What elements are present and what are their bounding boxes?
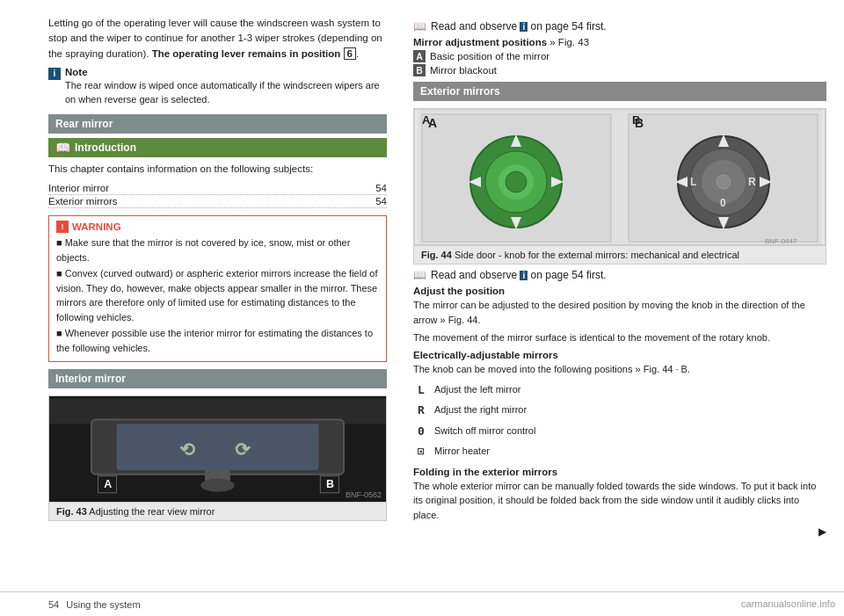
label-badge-b: B: [413, 64, 426, 76]
svg-text:BNF-0447: BNF-0447: [765, 237, 797, 245]
figure-43-box: ⟲ ⟳ A B BNF-0562 Fig. 43 Adjusting the r…: [48, 395, 387, 521]
position-0: 0 Switch off mirror control: [418, 421, 826, 441]
svg-text:⟲: ⟲: [179, 439, 195, 460]
note-title: Note: [65, 67, 387, 77]
svg-point-18: [506, 171, 527, 192]
introduction-section-header: 📖 Introduction: [48, 138, 387, 157]
adjust-position-text1: The mirror can be adjusted to the desire…: [413, 298, 826, 327]
folding-title: Folding in the exterior mirrors: [413, 467, 826, 477]
note-box: i Note The rear window is wiped once aut…: [48, 67, 387, 107]
svg-rect-3: [117, 424, 319, 470]
note-icon: i: [48, 68, 61, 80]
folding-text: The whole exterior mirror can be manuall…: [413, 479, 826, 523]
right-column: 📖 Read and observe i on page 54 first. M…: [404, 0, 844, 591]
rear-mirror-section-header: Rear mirror: [48, 114, 387, 134]
svg-text:L: L: [690, 176, 696, 188]
interior-mirror-svg: ⟲ ⟳ A B: [49, 396, 386, 502]
exterior-mirrors-header: Exterior mirrors: [413, 82, 826, 101]
svg-point-28: [717, 175, 731, 189]
warning-text: ■ Make sure that the mirror is not cover…: [56, 236, 379, 355]
mirror-image: ⟲ ⟳ A B BNF-0562: [49, 396, 386, 502]
warning-icon: !: [56, 221, 69, 233]
intro-paragraph: Letting go of the operating lever will c…: [48, 16, 387, 62]
warning-box: ! WARNING ■ Make sure that the mirror is…: [48, 215, 387, 362]
book-icon-read-observe-1: 📖: [413, 20, 426, 33]
position-heater: ⊡ Mirror heater: [418, 441, 826, 461]
toc-row-interior: Interior mirror 54: [48, 182, 387, 195]
note-text: The rear window is wiped once automatica…: [65, 78, 387, 107]
book-icon-read-observe-2: 📖: [413, 269, 426, 281]
interior-mirror-section-header: Interior mirror: [48, 369, 387, 388]
read-observe-1: 📖 Read and observe i on page 54 first.: [413, 20, 826, 33]
read-observe-2: 📖 Read and observe i on page 54 first.: [413, 269, 826, 281]
info-icon-1: i: [520, 22, 528, 32]
electric-mirrors-text: The knob can be moved into the following…: [413, 362, 826, 377]
svg-text:B: B: [326, 478, 334, 490]
adjust-position-text2: The movement of the mirror surface is id…: [413, 330, 826, 345]
electric-positions-list: L Adjust the left mirror R Adjust the ri…: [418, 380, 826, 462]
info-icon-2: i: [520, 271, 528, 280]
svg-point-5: [200, 479, 234, 492]
book-icon: 📖: [55, 141, 70, 155]
warning-title: ! WARNING: [56, 221, 379, 233]
svg-text:R: R: [748, 176, 756, 188]
footer-text: Using the system: [66, 599, 140, 610]
label-badge-a: A: [413, 50, 426, 62]
figure-44-box: A B A: [413, 108, 826, 265]
next-arrow: ▶: [819, 525, 826, 538]
svg-text:⟳: ⟳: [235, 439, 251, 460]
next-arrow-container: ▶: [413, 525, 826, 538]
bnf-code-left: BNF-0562: [346, 490, 382, 499]
position-b-row: B Mirror blackout: [413, 64, 826, 76]
left-column: Letting go of the operating lever will c…: [0, 0, 404, 591]
figure-44-caption: Fig. 44 Side door - knob for the externa…: [414, 245, 826, 264]
electric-mirrors-title: Electrically-adjustable mirrors: [413, 350, 826, 360]
area-label-b: B: [632, 113, 640, 127]
watermark: carmanualsonline.info: [741, 598, 835, 609]
page-footer: 54 Using the system: [0, 591, 844, 616]
toc: Interior mirror 54 Exterior mirrors 54: [48, 182, 387, 208]
toc-row-exterior: Exterior mirrors 54: [48, 195, 387, 208]
mirror-adjust-positions: Mirror adjustment positions » Fig. 43 A …: [413, 37, 826, 76]
position-a-row: A Basic position of the mirror: [413, 50, 826, 62]
position-L: L Adjust the left mirror: [418, 380, 826, 400]
exterior-mirrors-figure: A B A: [414, 109, 826, 245]
figure-43-caption: Fig. 43 Adjusting the rear view mirror: [49, 502, 386, 520]
intro-chapter-text: This chapter contains information on the…: [48, 162, 387, 177]
page-number: 54: [48, 599, 59, 610]
exterior-mirrors-svg: A: [415, 110, 825, 245]
area-label-a: A: [422, 113, 430, 127]
adjust-position-title: Adjust the position: [413, 286, 826, 296]
svg-text:0: 0: [720, 197, 726, 209]
position-R: R Adjust the right mirror: [418, 400, 826, 420]
svg-text:A: A: [104, 478, 112, 490]
